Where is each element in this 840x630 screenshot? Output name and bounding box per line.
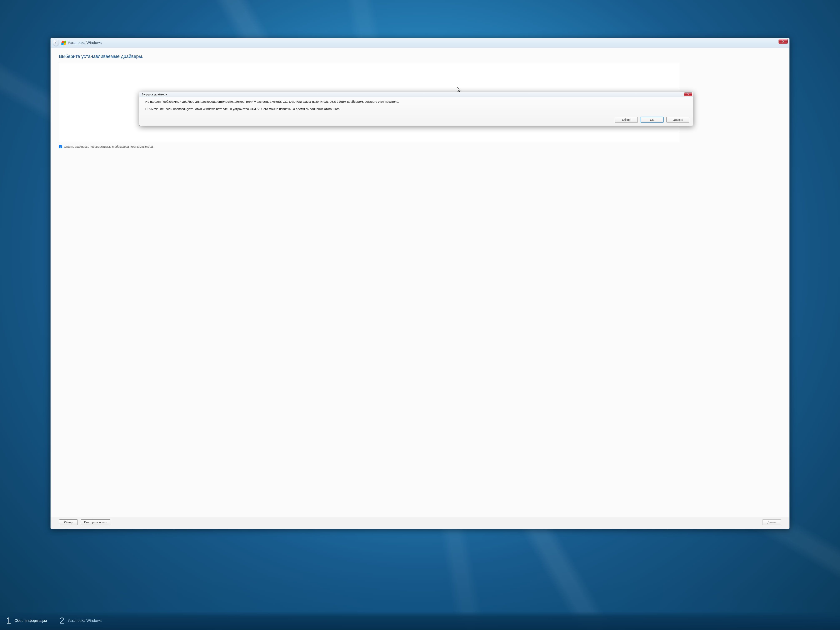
page-heading: Выберите устанавливаемые драйверы. xyxy=(59,54,781,59)
dialog-titlebar: Загрузка драйвера xyxy=(139,92,693,97)
setup-steps: 1 Сбор информации 2 Установка Windows xyxy=(0,611,840,630)
wizard-footer: Обзор Повторить поиск Далее xyxy=(51,517,789,529)
wizard-title: Установка Windows xyxy=(68,41,102,45)
back-button[interactable] xyxy=(53,39,59,46)
wizard-header: Установка Windows xyxy=(51,38,789,48)
dialog-message: Не найден необходимый драйвер для дисков… xyxy=(145,99,689,104)
dialog-footer: Обзор OK Отмена xyxy=(139,115,693,126)
step-1-number: 1 xyxy=(6,616,11,625)
close-icon xyxy=(687,93,689,95)
load-driver-dialog: Загрузка драйвера Не найден необходимый … xyxy=(139,92,693,126)
wizard-window: Установка Windows Выберите устанавливаем… xyxy=(51,38,789,529)
dialog-ok-button[interactable]: OK xyxy=(641,117,663,123)
step-2-label: Установка Windows xyxy=(68,619,102,623)
hide-incompatible-row: Скрыть драйверы, несовместимые с оборудо… xyxy=(59,145,781,148)
dialog-close-button[interactable] xyxy=(684,93,692,96)
close-icon xyxy=(782,40,785,43)
dialog-cancel-button[interactable]: Отмена xyxy=(666,117,689,123)
dialog-title: Загрузка драйвера xyxy=(142,93,167,96)
rescan-button[interactable]: Повторить поиск xyxy=(81,519,111,525)
dialog-note: ПРимечание: если носитель установки Wind… xyxy=(145,107,689,111)
step-2: 2 Установка Windows xyxy=(59,616,101,625)
step-1: 1 Сбор информации xyxy=(6,616,47,625)
dialog-body: Не найден необходимый драйвер для дисков… xyxy=(139,97,693,115)
windows-flag-icon xyxy=(61,41,66,45)
next-button[interactable]: Далее xyxy=(762,519,781,525)
wizard-close-button[interactable] xyxy=(778,39,788,44)
step-1-label: Сбор информации xyxy=(14,619,47,623)
dialog-browse-button[interactable]: Обзор xyxy=(615,117,638,123)
browse-button[interactable]: Обзор xyxy=(59,519,78,525)
step-2-number: 2 xyxy=(59,616,64,625)
arrow-left-icon xyxy=(54,41,58,44)
hide-incompatible-checkbox[interactable] xyxy=(59,145,62,148)
wizard-body: Выберите устанавливаемые драйверы. Скрыт… xyxy=(51,48,789,517)
hide-incompatible-label: Скрыть драйверы, несовместимые с оборудо… xyxy=(64,145,153,148)
